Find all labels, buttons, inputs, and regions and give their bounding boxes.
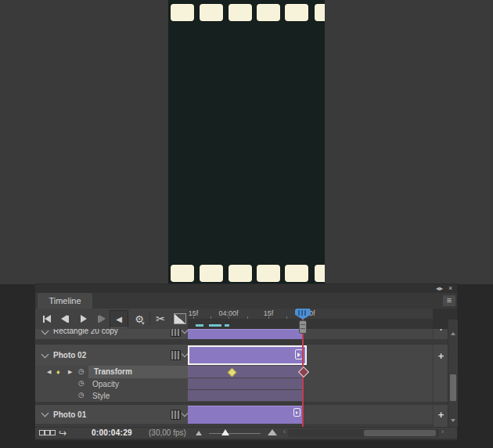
track-gap bbox=[35, 339, 433, 345]
timeline-settings-button[interactable]: ⚙ bbox=[131, 311, 147, 327]
sprocket-hole bbox=[200, 265, 223, 282]
chevron-down-icon[interactable] bbox=[182, 351, 188, 357]
property-header-style[interactable]: ◷ Style bbox=[35, 390, 188, 403]
sprocket-hole bbox=[171, 265, 194, 282]
add-media-column: + + + bbox=[433, 329, 448, 427]
track-header-rectangle-20-copy[interactable]: Rectangle 20 copy bbox=[35, 329, 188, 340]
tab-timeline[interactable]: Timeline bbox=[38, 293, 92, 309]
work-area-bar[interactable] bbox=[188, 319, 433, 330]
scroll-down-icon[interactable] bbox=[451, 419, 455, 422]
property-name: Opacity bbox=[92, 380, 119, 388]
work-area-handle[interactable] bbox=[299, 320, 307, 334]
current-timecode: 0:00:04:29 bbox=[92, 428, 132, 437]
clip-rectangle-20-copy[interactable] bbox=[188, 329, 304, 340]
frame-animation-icon[interactable] bbox=[45, 430, 50, 435]
property-name: Style bbox=[92, 392, 110, 400]
video-track-icon[interactable] bbox=[171, 350, 181, 360]
clipped-cyan-mark bbox=[225, 324, 229, 327]
split-at-playhead-button[interactable]: ✂ bbox=[153, 311, 168, 327]
clip-photo-02-selected[interactable] bbox=[188, 345, 307, 365]
opacity-keyframe-track[interactable] bbox=[188, 378, 304, 389]
add-media-button-clipped[interactable]: + bbox=[434, 329, 448, 340]
sprocket-hole bbox=[229, 4, 252, 21]
chevron-down-icon[interactable] bbox=[182, 410, 188, 417]
zoom-in-icon[interactable] bbox=[268, 429, 277, 435]
previous-frame-button[interactable] bbox=[57, 311, 73, 327]
scroll-left-icon[interactable]: ‹ bbox=[283, 428, 286, 435]
zoom-out-icon[interactable] bbox=[196, 431, 202, 435]
frame-animation-icon[interactable] bbox=[50, 430, 56, 435]
frame-animation-icon[interactable] bbox=[39, 430, 45, 435]
track-header-photo-02[interactable]: Photo 02 bbox=[35, 345, 188, 367]
hamburger-icon: ≡ bbox=[447, 295, 452, 305]
filmstrip-canvas bbox=[168, 0, 325, 284]
sprocket-hole bbox=[315, 265, 325, 282]
sprocket-hole bbox=[285, 265, 308, 282]
keyframe-diamond-icon[interactable]: ♦ bbox=[56, 368, 60, 376]
style-keyframe-track[interactable] bbox=[188, 390, 304, 401]
property-name: Transform bbox=[94, 367, 132, 376]
panel-titlebar: ◂▸ × bbox=[35, 284, 457, 293]
clip-end-bracket-icon[interactable] bbox=[293, 408, 300, 417]
sprocket-hole bbox=[257, 4, 280, 21]
panel-bottom-edge bbox=[35, 439, 457, 440]
chevron-down-icon[interactable] bbox=[41, 351, 49, 359]
transition-icon bbox=[174, 313, 186, 324]
play-button[interactable] bbox=[76, 311, 92, 327]
playhead-grip-icon bbox=[298, 310, 308, 316]
close-panel-icon[interactable]: × bbox=[448, 284, 452, 292]
property-header-transform[interactable]: ◀ ♦ ▶ ◷ Transform bbox=[35, 366, 188, 379]
stopwatch-icon[interactable]: ◷ bbox=[78, 391, 85, 399]
toolbar-divider bbox=[149, 313, 150, 325]
add-media-button[interactable]: + bbox=[434, 409, 448, 421]
property-header-opacity[interactable]: ◷ Opacity bbox=[35, 378, 188, 391]
stopwatch-icon[interactable]: ◷ bbox=[78, 367, 85, 375]
clip-photo-01[interactable] bbox=[188, 406, 304, 425]
vertical-scrollbar[interactable] bbox=[448, 320, 458, 427]
speaker-icon: ◀ bbox=[116, 315, 122, 323]
mute-audio-button[interactable]: ◀ bbox=[110, 310, 128, 328]
next-keyframe-icon[interactable]: ▶ bbox=[68, 369, 72, 375]
scroll-right-icon[interactable]: › bbox=[441, 428, 444, 435]
chevron-down-icon[interactable] bbox=[41, 410, 49, 417]
sprocket-hole bbox=[285, 4, 308, 21]
render-video-icon[interactable]: ↪ bbox=[59, 428, 67, 439]
transform-keyframe-track[interactable] bbox=[188, 366, 304, 378]
timeline-footer: ↪ 0:00:04:29 (30,00 fps) ‹ › bbox=[35, 427, 457, 439]
track-name: Rectangle 20 copy bbox=[53, 329, 118, 335]
first-frame-button[interactable] bbox=[39, 311, 55, 327]
chevron-down-icon[interactable] bbox=[41, 329, 49, 334]
timeline-panel: ◂▸ × Timeline ≡ ◀ ⚙ ▾ ✂ 15f 04:00f 15f bbox=[35, 284, 457, 440]
sprocket-hole bbox=[229, 265, 252, 282]
track-name: Photo 01 bbox=[53, 410, 86, 419]
sprocket-hole bbox=[171, 4, 194, 21]
scroll-up-icon[interactable] bbox=[451, 332, 455, 335]
zoom-slider-track[interactable] bbox=[209, 433, 261, 434]
frame-rate: (30,00 fps) bbox=[149, 428, 186, 437]
video-track-icon[interactable] bbox=[171, 410, 181, 420]
sprocket-hole bbox=[257, 265, 280, 282]
sprocket-hole bbox=[200, 4, 223, 21]
previous-keyframe-icon[interactable]: ◀ bbox=[47, 369, 51, 375]
stopwatch-icon[interactable]: ◷ bbox=[78, 379, 85, 387]
next-frame-button[interactable] bbox=[94, 311, 110, 327]
horizontal-scrollbar[interactable] bbox=[288, 429, 439, 437]
clipped-cyan-mark bbox=[196, 324, 203, 327]
horizontal-scroll-thumb[interactable] bbox=[364, 430, 436, 436]
panel-menu-button[interactable]: ≡ bbox=[443, 295, 455, 306]
previous-frame-icon bbox=[61, 315, 67, 323]
vertical-scroll-thumb[interactable] bbox=[450, 374, 456, 401]
zoom-slider-thumb[interactable] bbox=[221, 429, 229, 435]
video-track-icon[interactable] bbox=[171, 329, 181, 337]
transport-controls: ◀ ⚙ ▾ ✂ bbox=[35, 309, 188, 330]
add-media-button[interactable]: + bbox=[434, 350, 448, 362]
transition-button[interactable] bbox=[172, 311, 188, 327]
sprocket-hole bbox=[315, 4, 325, 21]
track-header-photo-01[interactable]: Photo 01 bbox=[35, 405, 188, 425]
chevron-down-icon[interactable] bbox=[182, 329, 188, 334]
track-name: Photo 02 bbox=[53, 351, 86, 359]
collapse-panel-icon[interactable]: ◂▸ bbox=[436, 284, 443, 292]
gear-caret-icon: ▾ bbox=[142, 320, 145, 327]
scissors-icon: ✂ bbox=[156, 313, 165, 325]
clipped-cyan-mark bbox=[209, 324, 221, 327]
